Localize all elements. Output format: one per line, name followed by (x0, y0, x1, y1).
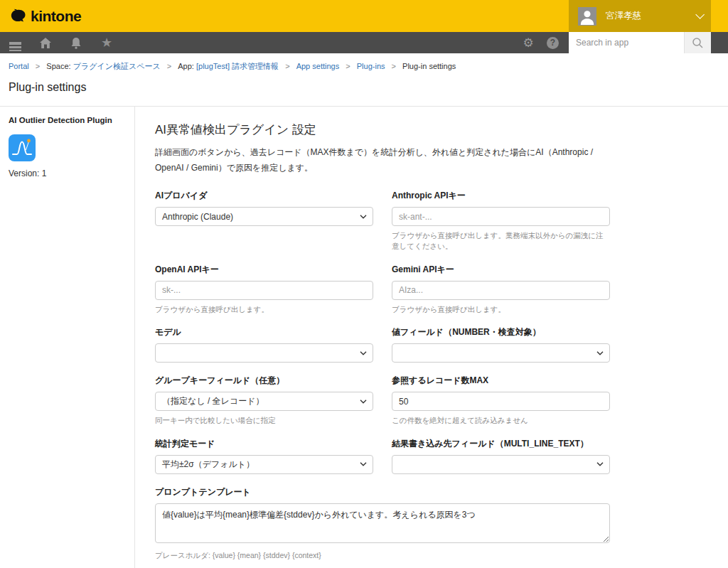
provider-select[interactable]: Anthropic (Claude) (155, 207, 373, 226)
breadcrumb-portal[interactable]: Portal (9, 62, 29, 70)
help-icon[interactable]: ? (547, 37, 559, 49)
gemini-key-label: Gemini APIキー (392, 264, 610, 276)
kintone-logo-icon (10, 9, 27, 23)
app-search (569, 32, 711, 53)
page-title: Plug-in settings (9, 81, 719, 94)
chevron-down-icon (695, 10, 705, 19)
user-name: 宮澤孝慈 (606, 10, 695, 22)
form-row: OpenAI APIキー ブラウザから直接呼び出します。 Gemini APIキ… (155, 264, 610, 315)
field-prompt-template: プロンプトテンプレート 値{value}は平均{mean}標準偏差{stddev… (155, 486, 610, 561)
breadcrumb-current: Plug-in settings (402, 62, 456, 70)
breadcrumb-space[interactable]: プラグイン検証スペース (73, 62, 161, 70)
max-records-label: 参照するレコード数MAX (392, 375, 610, 387)
chevron-down-icon (360, 351, 367, 355)
user-avatar-icon (578, 7, 596, 26)
openai-key-input[interactable] (155, 281, 373, 300)
favorites-star-icon[interactable]: ★ (99, 35, 114, 50)
breadcrumb-separator: > (167, 62, 171, 70)
field-result-field: 結果書き込み先フィールド（MULTI_LINE_TEXT） (392, 438, 610, 474)
field-model: モデル (155, 326, 373, 363)
breadcrumb-separator: > (346, 62, 350, 70)
group-key-helper: 同一キー内で比較したい場合に指定 (155, 415, 373, 426)
provider-select-value: Anthropic (Claude) (162, 212, 233, 222)
breadcrumb-separator: > (36, 62, 40, 70)
page-title-row: Plug-in settings (0, 81, 728, 107)
nav-left-icons: ★ (7, 35, 114, 50)
stat-mode-label: 統計判定モード (155, 438, 373, 450)
prompt-template-textarea[interactable]: 値{value}は平均{mean}標準偏差{stddev}から外れています。考え… (155, 503, 610, 543)
chevron-down-icon (596, 351, 604, 355)
plugin-version: Version: 1 (9, 168, 126, 178)
openai-key-label: OpenAI APIキー (155, 264, 373, 276)
model-label: モデル (155, 326, 373, 338)
plugin-name: AI Outlier Detection Plugin (9, 115, 126, 126)
home-icon[interactable] (38, 35, 53, 50)
gemini-key-input[interactable] (392, 281, 610, 300)
form-row: AIプロバイダ Anthropic (Claude) Anthropic API… (155, 190, 610, 251)
logo-text: kintone (31, 8, 81, 25)
form-row: モデル 値フィールド（NUMBER・検査対象） (155, 326, 610, 363)
user-menu[interactable]: 宮澤孝慈 (569, 0, 711, 32)
field-max-records: 参照するレコード数MAX この件数を絶対に超えて読み込みません (392, 375, 610, 426)
app-header: kintone 宮澤孝慈 (0, 0, 728, 32)
breadcrumb-app[interactable]: [plugTest] 請求管理情報 (196, 62, 279, 70)
breadcrumb-separator: > (285, 62, 289, 70)
model-select[interactable] (155, 343, 373, 363)
breadcrumb-separator: > (392, 62, 396, 70)
chevron-down-icon (360, 462, 367, 466)
search-icon (692, 37, 704, 49)
breadcrumb: Portal > Space: プラグイン検証スペース > App: [plug… (0, 53, 728, 72)
settings-main: AI異常値検出プラグイン 設定 詳細画面のボタンから、過去レコード（MAX件数ま… (135, 107, 610, 568)
breadcrumb-plugins[interactable]: Plug-ins (357, 62, 385, 70)
gemini-key-helper: ブラウザから直接呼び出します。 (392, 304, 610, 315)
settings-form: AI異常値検出プラグイン 設定 詳細画面のボタンから、過去レコード（MAX件数ま… (155, 122, 610, 568)
breadcrumb-space-prefix: Space: (46, 62, 70, 70)
form-row: グループキーフィールド（任意） （指定なし / 全レコード） 同一キー内で比較し… (155, 375, 610, 426)
global-navbar: ★ ⚙ ? (0, 32, 728, 53)
field-value-field: 値フィールド（NUMBER・検査対象） (392, 326, 610, 363)
nav-right-tools: ⚙ ? (520, 32, 711, 53)
form-row: 統計判定モード 平均±2σ（デフォルト） 結果書き込み先フィールド（MULTI_… (155, 438, 610, 474)
field-gemini-key: Gemini APIキー ブラウザから直接呼び出します。 (392, 264, 610, 315)
value-field-select[interactable] (392, 343, 610, 363)
field-anthropic-key: Anthropic APIキー ブラウザから直接呼び出します。業務端末以外からの… (392, 190, 610, 251)
settings-description: 詳細画面のボタンから、過去レコード（MAX件数まで）を統計分析し、外れ値と判定さ… (155, 145, 610, 176)
stat-mode-select[interactable]: 平均±2σ（デフォルト） (155, 455, 373, 474)
hamburger-menu-icon[interactable] (7, 35, 23, 50)
max-records-input[interactable] (392, 392, 610, 411)
prompt-template-label: プロンプトテンプレート (155, 486, 610, 498)
chevron-down-icon (360, 215, 367, 219)
result-field-select[interactable] (392, 455, 610, 474)
anthropic-key-label: Anthropic APIキー (392, 190, 610, 202)
field-openai-key: OpenAI APIキー ブラウザから直接呼び出します。 (155, 264, 373, 315)
openai-key-helper: ブラウザから直接呼び出します。 (155, 304, 373, 315)
group-key-select-value: （指定なし / 全レコード） (162, 395, 264, 407)
field-provider: AIプロバイダ Anthropic (Claude) (155, 190, 373, 251)
settings-heading: AI異常値検出プラグイン 設定 (155, 122, 610, 138)
prompt-template-helper: プレースホルダ: {value} {mean} {stddev} {contex… (155, 550, 610, 561)
breadcrumb-app-settings[interactable]: App settings (296, 62, 340, 70)
max-records-helper: この件数を絶対に超えて読み込みません (392, 415, 610, 426)
plugin-icon (9, 134, 36, 161)
value-field-label: 値フィールド（NUMBER・検査対象） (392, 326, 610, 338)
search-input[interactable] (569, 32, 684, 53)
chevron-down-icon (596, 462, 604, 466)
plugin-sidebar: AI Outlier Detection Plugin Version: 1 (0, 107, 135, 568)
field-group-key: グループキーフィールド（任意） （指定なし / 全レコード） 同一キー内で比較し… (155, 375, 373, 426)
chevron-down-icon (360, 400, 367, 404)
anthropic-key-input[interactable] (392, 207, 610, 226)
notifications-bell-icon[interactable] (68, 35, 84, 50)
kintone-logo[interactable]: kintone (10, 8, 81, 25)
anthropic-key-helper: ブラウザから直接呼び出します。業務端末以外からの漏洩に注意してください。 (392, 230, 610, 251)
search-button[interactable] (684, 32, 711, 53)
result-field-label: 結果書き込み先フィールド（MULTI_LINE_TEXT） (392, 438, 610, 450)
field-stat-mode: 統計判定モード 平均±2σ（デフォルト） (155, 438, 373, 474)
provider-label: AIプロバイダ (155, 190, 373, 202)
settings-gear-icon[interactable]: ⚙ (520, 35, 536, 50)
content-area: AI Outlier Detection Plugin Version: 1 A… (0, 107, 728, 568)
group-key-label: グループキーフィールド（任意） (155, 375, 373, 387)
group-key-select[interactable]: （指定なし / 全レコード） (155, 392, 373, 411)
stat-mode-select-value: 平均±2σ（デフォルト） (162, 459, 255, 471)
breadcrumb-app-prefix: App: (178, 62, 194, 70)
